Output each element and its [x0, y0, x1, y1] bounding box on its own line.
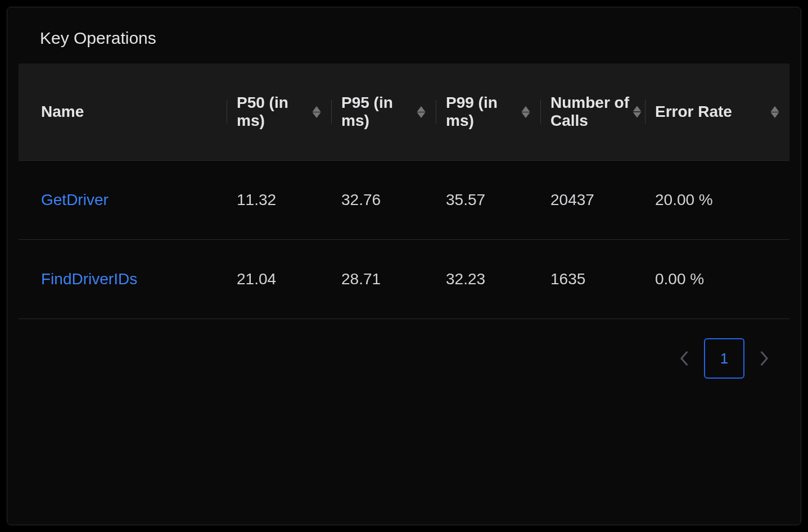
operation-link[interactable]: FindDriverIDs [41, 270, 137, 288]
pagination: 1 [19, 319, 789, 398]
col-header-name[interactable]: Name [19, 63, 227, 161]
cell-error: 20.00 % [645, 161, 789, 240]
col-header-name-label: Name [41, 103, 84, 121]
cell-calls: 20437 [540, 161, 645, 240]
pagination-prev-button[interactable] [676, 351, 692, 366]
cell-p95: 32.76 [331, 161, 436, 240]
col-header-p50-label: P50 (in ms) [237, 94, 306, 130]
col-header-p99[interactable]: P99 (in ms) [436, 63, 540, 161]
chevron-left-icon [679, 351, 689, 366]
col-separator [436, 100, 436, 124]
col-header-error-label: Error Rate [655, 103, 732, 121]
sort-icon [417, 106, 426, 118]
col-separator [331, 100, 332, 124]
cell-calls: 1635 [540, 240, 645, 319]
col-header-error[interactable]: Error Rate [645, 63, 789, 161]
panel-title: Key Operations [7, 7, 801, 63]
col-header-p95[interactable]: P95 (in ms) [331, 63, 436, 161]
cell-name: FindDriverIDs [19, 240, 227, 319]
pagination-next-button[interactable] [757, 351, 773, 366]
col-header-p99-label: P99 (in ms) [446, 94, 516, 130]
sort-icon [633, 106, 642, 118]
sort-icon [521, 106, 530, 118]
col-separator [227, 100, 227, 124]
cell-p95: 28.71 [331, 240, 436, 319]
col-header-p95-label: P95 (in ms) [341, 94, 411, 130]
sort-icon [770, 106, 779, 118]
table-wrap: Name P50 (in ms) [7, 63, 801, 525]
table-row: FindDriverIDs 21.04 28.71 32.23 1635 0.0… [19, 240, 789, 319]
cell-p99: 32.23 [436, 240, 540, 319]
cell-p50: 11.32 [227, 161, 331, 240]
col-separator [645, 100, 646, 124]
key-operations-panel: Key Operations Name P50 (in ms) [7, 7, 801, 525]
cell-error: 0.00 % [645, 240, 789, 319]
chevron-right-icon [760, 351, 770, 366]
table-row: GetDriver 11.32 32.76 35.57 20437 20.00 … [19, 161, 789, 240]
cell-name: GetDriver [19, 161, 227, 240]
col-header-calls[interactable]: Number of Calls [540, 63, 645, 161]
cell-p99: 35.57 [436, 161, 540, 240]
col-header-calls-label: Number of Calls [550, 94, 635, 130]
operation-link[interactable]: GetDriver [41, 191, 109, 208]
col-header-p50[interactable]: P50 (in ms) [227, 63, 331, 161]
sort-icon [312, 106, 321, 118]
pagination-page-current[interactable]: 1 [704, 338, 744, 379]
col-separator [540, 100, 541, 124]
cell-p50: 21.04 [227, 240, 331, 319]
operations-table: Name P50 (in ms) [19, 63, 789, 319]
